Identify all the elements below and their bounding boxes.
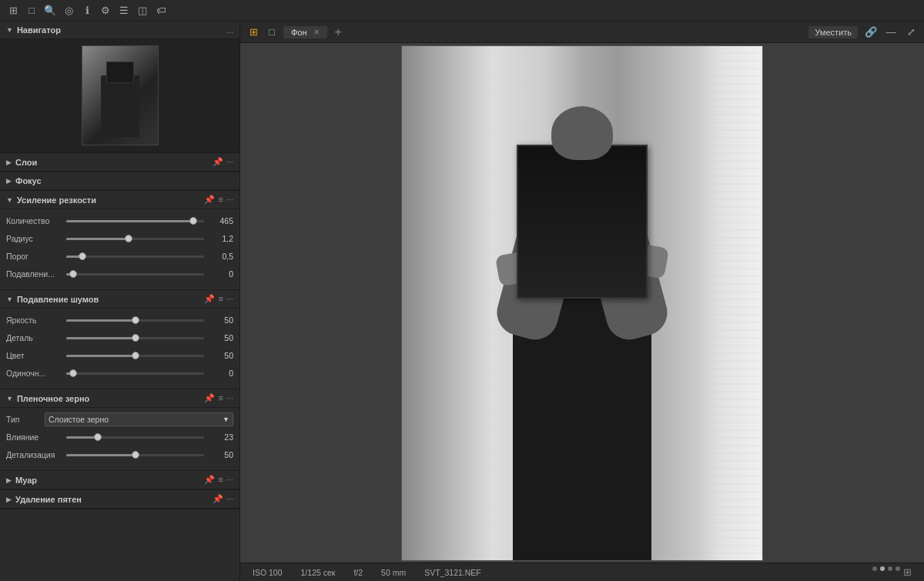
canvas-title-bar-right: Уместить 🔗 — ⤢ xyxy=(808,25,918,39)
navigator-thumbnail xyxy=(82,45,159,145)
noise-color-value: 50 xyxy=(209,351,233,360)
noise-title: Подавление шумов xyxy=(17,295,204,304)
muar-header[interactable]: ▶ Муар 📌 ≡ ··· xyxy=(0,471,239,489)
noise-single-track[interactable] xyxy=(66,372,204,375)
status-shutter: 1/125 сек xyxy=(301,568,336,577)
muar-title: Муар xyxy=(15,476,204,485)
muar-list-icon[interactable]: ≡ xyxy=(218,475,223,485)
toolbar-grid-icon[interactable]: ⊞ xyxy=(6,4,20,18)
remove-spots-more-icon[interactable]: ··· xyxy=(226,494,233,504)
film-grain-influence-track[interactable] xyxy=(66,436,204,439)
film-grain-detail-label: Детализация xyxy=(6,450,62,459)
layers-pin-icon[interactable]: 📌 xyxy=(213,157,223,167)
noise-header[interactable]: ▼ Подавление шумов 📌 ≡ ··· xyxy=(0,290,239,309)
sharpening-pin-icon[interactable]: 📌 xyxy=(204,195,215,205)
canvas-add-tab-button[interactable]: + xyxy=(335,25,342,39)
status-dot-1 xyxy=(872,566,877,571)
status-dots: ⊞ xyxy=(872,566,912,578)
navigator-chevron: ▼ xyxy=(6,26,13,34)
film-grain-list-icon[interactable]: ≡ xyxy=(218,393,223,403)
canvas-minimize-icon[interactable]: — xyxy=(884,25,898,39)
sharpening-amount-thumb[interactable] xyxy=(189,217,197,225)
canvas-grid-icon[interactable]: ⊞ xyxy=(246,25,260,39)
film-grain-detail-thumb[interactable] xyxy=(132,451,139,459)
noise-color-fill xyxy=(66,355,136,357)
noise-color-track[interactable] xyxy=(66,355,204,357)
noise-single-thumb[interactable] xyxy=(69,369,77,377)
person-head xyxy=(551,106,613,160)
noise-color-thumb[interactable] xyxy=(132,352,139,359)
layers-header[interactable]: ▶ Слои 📌 ··· xyxy=(0,153,239,172)
focus-header[interactable]: ▶ Фокус xyxy=(0,172,239,190)
canvas-area[interactable] xyxy=(240,43,924,563)
canvas-tab-label: Фон xyxy=(291,28,307,37)
focus-chevron: ▶ xyxy=(6,177,12,185)
noise-list-icon[interactable]: ≡ xyxy=(218,294,223,304)
sharpening-amount-track[interactable] xyxy=(66,220,204,222)
muar-section: ▶ Муар 📌 ≡ ··· xyxy=(0,471,239,490)
film-grain-body: Тип Слоистое зерно ▼ Влияние 23 Детализа xyxy=(0,408,239,470)
film-grain-detail-track[interactable] xyxy=(66,454,204,456)
canvas-link-icon[interactable]: 🔗 xyxy=(864,25,878,39)
film-grain-influence-value: 23 xyxy=(209,432,233,442)
select-chevron-down-icon: ▼ xyxy=(223,416,229,423)
layers-chevron: ▶ xyxy=(6,159,12,166)
noise-detail-track[interactable] xyxy=(66,337,204,339)
film-grain-type-select[interactable]: Слоистое зерно ▼ xyxy=(45,412,233,426)
sharpening-header[interactable]: ▼ Усиление резкости 📌 ≡ ··· xyxy=(0,191,239,209)
film-grain-influence-thumb[interactable] xyxy=(94,433,102,441)
film-grain-section: ▼ Пленочное зерно 📌 ≡ ··· Тип Слоистое з… xyxy=(0,389,239,471)
canvas-square-icon[interactable]: □ xyxy=(265,25,279,39)
remove-spots-icons: 📌 ··· xyxy=(213,494,233,504)
sharpening-threshold-thumb[interactable] xyxy=(79,252,86,260)
noise-brightness-row: Яркость 50 xyxy=(6,313,233,327)
status-iso: ISO 100 xyxy=(253,568,283,577)
photo-curtain-lines xyxy=(701,46,762,560)
navigator-more-icon[interactable]: ... xyxy=(226,25,233,35)
status-grid-icon[interactable]: ⊞ xyxy=(903,566,912,578)
noise-brightness-label: Яркость xyxy=(6,316,62,325)
layers-more-icon[interactable]: ··· xyxy=(226,157,233,167)
film-grain-influence-row: Влияние 23 xyxy=(6,430,233,444)
photo-container xyxy=(401,45,763,561)
film-grain-pin-icon[interactable]: 📌 xyxy=(204,393,215,403)
muar-more-icon[interactable]: ··· xyxy=(226,475,233,485)
sharpening-more-icon[interactable]: ··· xyxy=(226,195,233,205)
sharpening-suppress-track[interactable] xyxy=(66,273,204,275)
toolbar-frame-icon[interactable]: ◫ xyxy=(136,4,149,18)
noise-pin-icon[interactable]: 📌 xyxy=(204,294,215,304)
photo-person xyxy=(474,114,690,560)
noise-detail-thumb[interactable] xyxy=(132,334,139,342)
film-grain-more-icon[interactable]: ··· xyxy=(226,393,233,403)
noise-detail-row: Деталь 50 xyxy=(6,331,233,345)
toolbar-square-icon[interactable]: □ xyxy=(25,4,38,18)
noise-more-icon[interactable]: ··· xyxy=(226,294,233,304)
toolbar-tag-icon[interactable]: 🏷 xyxy=(154,4,168,18)
remove-spots-header[interactable]: ▶ Удаление пятен 📌 ··· xyxy=(0,490,239,509)
sharpening-radius-track[interactable] xyxy=(66,238,204,240)
canvas-tab-close-icon[interactable]: ✕ xyxy=(313,28,320,36)
sharpening-threshold-track[interactable] xyxy=(66,255,204,258)
toolbar-menu-icon[interactable]: ☰ xyxy=(117,4,131,18)
toolbar-info-icon[interactable]: ℹ xyxy=(80,4,94,18)
canvas-tab-fon[interactable]: Фон ✕ xyxy=(283,26,327,38)
canvas-expand-icon[interactable]: ⤢ xyxy=(904,25,918,39)
remove-spots-pin-icon[interactable]: 📌 xyxy=(213,494,223,504)
toolbar-circle-icon[interactable]: ◎ xyxy=(62,4,75,18)
toolbar-settings-icon[interactable]: ⚙ xyxy=(99,4,112,18)
noise-brightness-track[interactable] xyxy=(66,319,204,322)
sharpening-suppress-thumb[interactable] xyxy=(69,270,77,278)
sharpening-list-icon[interactable]: ≡ xyxy=(218,195,223,205)
status-dot-4 xyxy=(896,566,900,571)
status-filename: SVT_3121.NEF xyxy=(424,568,481,577)
noise-single-value: 0 xyxy=(209,369,233,378)
navigator-header[interactable]: ▼ Навигатор ... xyxy=(0,22,239,39)
muar-pin-icon[interactable]: 📌 xyxy=(204,475,215,485)
film-grain-type-row: Тип Слоистое зерно ▼ xyxy=(6,412,233,426)
toolbar-search-icon[interactable]: 🔍 xyxy=(43,4,57,18)
noise-brightness-thumb[interactable] xyxy=(132,316,139,324)
fit-button[interactable]: Уместить xyxy=(808,26,858,38)
sharpening-radius-thumb[interactable] xyxy=(125,235,132,242)
film-grain-header[interactable]: ▼ Пленочное зерно 📌 ≡ ··· xyxy=(0,389,239,408)
status-dot-2 xyxy=(880,566,885,571)
